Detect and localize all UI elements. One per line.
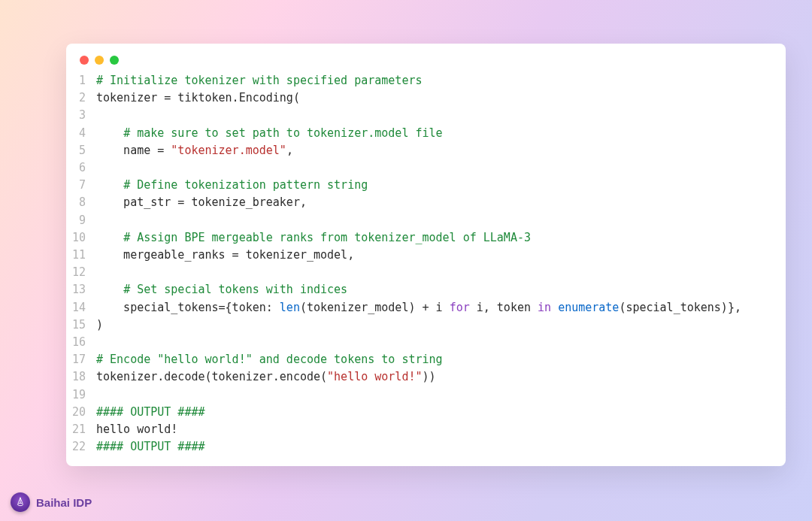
code-line: 5 name = "tokenizer.model",	[66, 142, 786, 159]
line-number: 11	[66, 247, 96, 264]
line-content: pat_str = tokenize_breaker,	[96, 194, 786, 211]
line-content: tokenizer.decode(tokenizer.encode("hello…	[96, 368, 786, 386]
line-content: tokenizer = tiktoken.Encoding(	[96, 89, 786, 107]
line-content: # Assign BPE mergeable ranks from tokeni…	[96, 229, 786, 247]
line-content: # Define tokenization pattern string	[96, 177, 786, 194]
line-content	[96, 334, 786, 351]
line-number: 16	[66, 334, 96, 351]
code-line: 3	[66, 107, 786, 124]
line-number: 8	[66, 194, 96, 211]
line-number: 19	[66, 386, 96, 404]
zoom-icon[interactable]	[110, 56, 119, 65]
code-line: 20#### OUTPUT ####	[66, 404, 786, 421]
code-line: 13 # Set special tokens with indices	[66, 281, 786, 298]
line-content	[96, 212, 786, 229]
line-content	[96, 159, 786, 177]
code-line: 17# Encode "hello world!" and decode tok…	[66, 351, 786, 368]
line-number: 17	[66, 351, 96, 368]
brand-logo-icon	[11, 492, 30, 512]
code-line: 9	[66, 212, 786, 229]
line-number: 14	[66, 299, 96, 317]
line-number: 3	[66, 107, 96, 124]
line-content: #### OUTPUT ####	[96, 438, 786, 456]
line-number: 15	[66, 317, 96, 334]
line-number: 12	[66, 264, 96, 281]
line-content: #### OUTPUT ####	[96, 404, 786, 421]
line-content	[96, 264, 786, 281]
line-content	[96, 107, 786, 124]
line-content: )	[96, 317, 786, 334]
code-line: 15)	[66, 317, 786, 334]
line-content: hello world!	[96, 421, 786, 438]
line-content: # Initialize tokenizer with specified pa…	[96, 72, 786, 89]
code-line: 11 mergeable_ranks = tokenizer_model,	[66, 247, 786, 264]
line-number: 5	[66, 142, 96, 159]
minimize-icon[interactable]	[95, 56, 104, 65]
line-number: 2	[66, 89, 96, 107]
code-line: 4 # make sure to set path to tokenizer.m…	[66, 125, 786, 142]
code-line: 21hello world!	[66, 421, 786, 438]
line-content: mergeable_ranks = tokenizer_model,	[96, 247, 786, 264]
code-line: 6	[66, 159, 786, 177]
code-line: 8 pat_str = tokenize_breaker,	[66, 194, 786, 211]
code-line: 12	[66, 264, 786, 281]
code-line: 18tokenizer.decode(tokenizer.encode("hel…	[66, 368, 786, 386]
line-content	[96, 386, 786, 404]
code-line: 14 special_tokens={token: len(tokenizer_…	[66, 299, 786, 317]
line-number: 22	[66, 438, 96, 456]
code-line: 22#### OUTPUT ####	[66, 438, 786, 456]
line-content: # make sure to set path to tokenizer.mod…	[96, 125, 786, 142]
line-number: 10	[66, 229, 96, 247]
line-number: 7	[66, 177, 96, 194]
line-number: 21	[66, 421, 96, 438]
line-content: special_tokens={token: len(tokenizer_mod…	[96, 299, 786, 317]
code-line: 10 # Assign BPE mergeable ranks from tok…	[66, 229, 786, 247]
code-line: 19	[66, 386, 786, 404]
line-number: 20	[66, 404, 96, 421]
code-line: 1# Initialize tokenizer with specified p…	[66, 72, 786, 89]
line-number: 1	[66, 72, 96, 89]
code-line: 2tokenizer = tiktoken.Encoding(	[66, 89, 786, 107]
code-line: 7 # Define tokenization pattern string	[66, 177, 786, 194]
code-block: 1# Initialize tokenizer with specified p…	[66, 69, 786, 456]
code-card: 1# Initialize tokenizer with specified p…	[66, 44, 786, 466]
close-icon[interactable]	[80, 56, 89, 65]
line-number: 6	[66, 159, 96, 177]
line-content: # Encode "hello world!" and decode token…	[96, 351, 786, 368]
line-content: name = "tokenizer.model",	[96, 142, 786, 159]
brand-text: Baihai IDP	[36, 496, 92, 509]
code-line: 16	[66, 334, 786, 351]
line-number: 18	[66, 368, 96, 386]
line-number: 4	[66, 125, 96, 142]
line-number: 9	[66, 212, 96, 229]
footer: Baihai IDP	[11, 492, 92, 512]
window-titlebar	[66, 44, 786, 69]
line-content: # Set special tokens with indices	[96, 281, 786, 298]
line-number: 13	[66, 281, 96, 298]
